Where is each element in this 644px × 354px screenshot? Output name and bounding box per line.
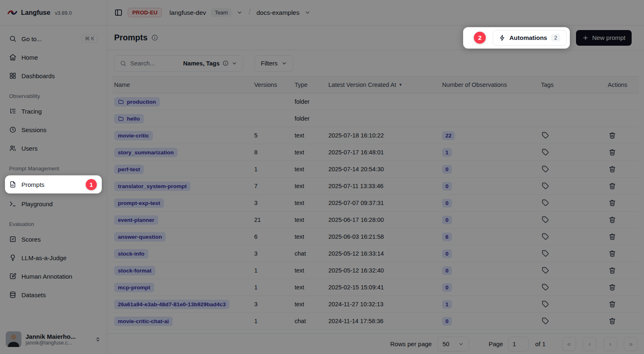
automations-label: Automations	[509, 34, 547, 41]
zap-icon	[499, 35, 506, 41]
sidebar-item-prompts[interactable]: Prompts 1	[5, 175, 102, 193]
automations-spotlight: 2 Automations 2	[463, 27, 570, 49]
file-code-icon	[9, 181, 16, 188]
sidebar-item-label: Prompts	[21, 181, 44, 188]
automations-count-badge: 2	[551, 34, 560, 42]
tutorial-step-2-badge: 2	[474, 32, 486, 44]
tutorial-step-1-badge: 1	[86, 179, 97, 190]
automations-button[interactable]: Automations 2	[493, 30, 567, 46]
